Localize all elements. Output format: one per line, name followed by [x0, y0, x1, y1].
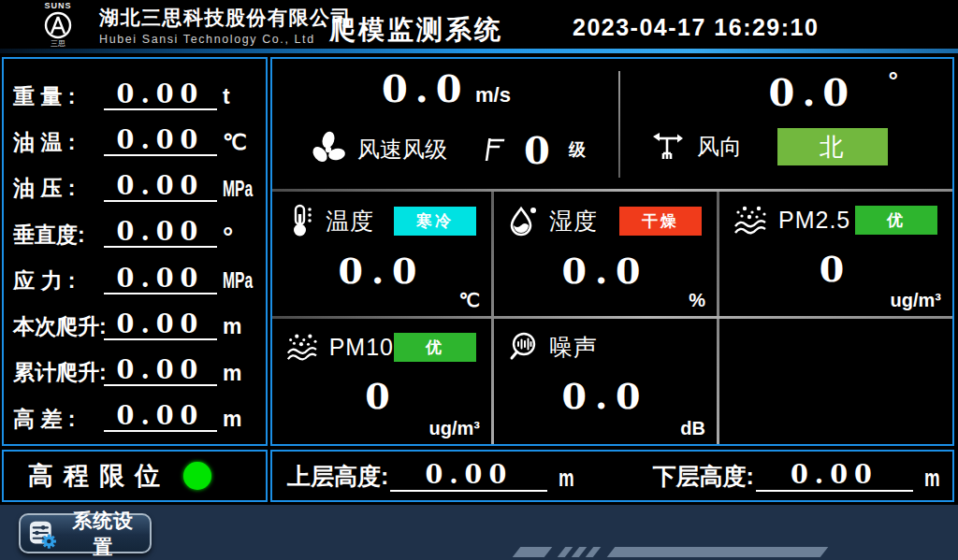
row-verticality: 垂直度: 0.00 ° — [13, 207, 256, 248]
wind-level-unit: 级 — [569, 138, 586, 161]
sensor-grid: 温度 寒冷 0.0 ℃ 湿度 干燥 0.0 % — [272, 192, 952, 444]
pm10-cell: PM10 优 0 ug/m³ — [272, 319, 491, 444]
wind-speed-value: 0.0 — [382, 66, 470, 110]
row-unit: m — [223, 314, 256, 340]
dust-pm10-icon — [285, 330, 321, 364]
company-name-block: 湖北三思科技股份有限公司 Hubei Sansi Technology Co.,… — [99, 5, 352, 46]
row-value: 0.00 — [104, 125, 217, 156]
wind-level-value: 0 — [524, 128, 550, 172]
sensor-label: PM10 — [329, 334, 394, 361]
sensor-unit: ℃ — [459, 289, 480, 311]
fan-icon — [307, 128, 350, 171]
logo-suns-text: SUNS — [21, 1, 95, 10]
sensor-unit: ug/m³ — [891, 290, 941, 311]
lower-height-group: 下层高度: 0.00 m — [653, 460, 946, 491]
wind-direction-label: 风向 — [697, 132, 742, 162]
sensor-label: PM2.5 — [778, 207, 850, 234]
wind-direction-row: 风向 北 — [650, 128, 924, 165]
row-oil-temp: 油 温 : 0.00 ℃ — [13, 115, 256, 156]
row-value: 0.00 — [104, 401, 217, 432]
row-unit: MPa — [223, 268, 245, 294]
lower-height-value: 0.00 — [756, 460, 913, 491]
company-name-cn: 湖北三思科技股份有限公司 — [99, 5, 352, 31]
row-weight: 重 量 : 0.00 t — [13, 69, 256, 110]
environment-panel: 0.0 m/s 风速风级 — [270, 57, 954, 446]
upper-height-label: 上层高度: — [287, 461, 388, 492]
row-label: 高 差 : — [13, 406, 104, 433]
row-stress: 应 力 : 0.00 MPa — [13, 253, 256, 294]
pm25-status-badge: 优 — [855, 206, 937, 235]
wind-level-icon — [483, 135, 507, 165]
row-value: 0.00 — [104, 309, 217, 340]
row-value: 0.00 — [104, 79, 217, 110]
row-label: 垂直度: — [13, 222, 104, 249]
wind-speed-label: 风速风级 — [357, 135, 447, 165]
row-value: 0.00 — [104, 171, 217, 202]
row-total-climb: 累计爬升: 0.00 m — [13, 345, 256, 386]
footer-bar: 系统设置 — [0, 505, 958, 560]
row-current-climb: 本次爬升: 0.00 m — [13, 299, 256, 340]
system-settings-button[interactable]: 系统设置 — [19, 513, 152, 553]
settings-sliders-gear-icon — [28, 519, 56, 549]
header-accent-line — [0, 49, 958, 53]
wind-direction-value: 0.0 — [769, 70, 857, 114]
row-height-diff: 高 差 : 0.00 m — [13, 391, 256, 432]
wind-speed-unit: m/s — [475, 83, 511, 107]
lower-height-label: 下层高度: — [653, 461, 754, 492]
sensor-label: 噪声 — [549, 332, 598, 363]
sensor-value: 0.0 — [272, 250, 491, 292]
heights-panel: 上层高度: 0.00 m 下层高度: 0.00 m — [270, 450, 954, 502]
datetime-display: 2023-04-17 16:29:10 — [573, 14, 819, 41]
wind-direction-cell: 0.0 ° 风向 北 — [620, 59, 952, 189]
sensor-unit: % — [689, 290, 705, 311]
sensor-label: 湿度 — [549, 206, 598, 237]
row-unit: m — [223, 361, 256, 387]
row-unit: m — [223, 407, 256, 433]
elevation-limit-panel: 高程限位 — [2, 450, 268, 502]
footer-decorative-stripe — [516, 547, 824, 557]
wind-vane-icon — [650, 129, 688, 165]
wind-direction-readout: 0.0 ° — [769, 66, 898, 114]
header-bar: SUNS 三思 湖北三思科技股份有限公司 Hubei Sansi Technol… — [0, 0, 958, 53]
system-settings-label: 系统设置 — [64, 508, 142, 560]
elevation-limit-indicator — [183, 462, 211, 490]
row-label: 累计爬升: — [13, 359, 104, 386]
dust-pm25-icon — [733, 203, 770, 237]
pm10-status-badge: 优 — [394, 333, 476, 362]
temperature-status-badge: 寒冷 — [394, 207, 476, 236]
company-name-en: Hubei Sansi Technology Co., Ltd — [99, 33, 352, 46]
row-unit: ℃ — [223, 130, 256, 156]
wind-speed-readout: 0.0 m/s — [272, 66, 620, 110]
row-oil-pressure: 油 压 : 0.00 MPa — [13, 161, 256, 202]
row-label: 油 温 : — [13, 129, 104, 156]
humidity-status-badge: 干燥 — [619, 207, 702, 236]
row-unit: ° — [223, 227, 256, 248]
upper-height-unit: m — [559, 465, 574, 492]
row-unit: MPa — [223, 177, 245, 203]
grid-divider-h — [272, 316, 952, 319]
sensor-value: 0.0 — [494, 250, 717, 292]
sensor-unit: ug/m³ — [429, 418, 480, 439]
upper-height-value: 0.00 — [390, 460, 547, 491]
wind-speed-cell: 0.0 m/s 风速风级 — [272, 59, 620, 189]
monitor-screen: SUNS 三思 湖北三思科技股份有限公司 Hubei Sansi Technol… — [0, 0, 958, 560]
sensor-value: 0 — [272, 375, 491, 417]
measurements-panel: 重 量 : 0.00 t 油 温 : 0.00 ℃ 油 压 : 0.00 MPa… — [2, 57, 268, 446]
logo-circle-a-icon — [42, 10, 74, 40]
sensor-label: 温度 — [326, 206, 374, 237]
temperature-cell: 温度 寒冷 0.0 ℃ — [272, 192, 491, 316]
thermometer-icon — [285, 203, 317, 238]
elevation-limit-label: 高程限位 — [28, 459, 170, 493]
pm25-cell: PM2.5 优 0 ug/m³ — [719, 192, 952, 316]
row-unit: t — [223, 84, 256, 110]
page-title: 爬模监测系统 — [329, 12, 503, 48]
sensor-value: 0 — [719, 248, 952, 290]
humidity-cell: 湿度 干燥 0.0 % — [494, 192, 717, 316]
row-label: 应 力 : — [13, 267, 104, 294]
row-value: 0.00 — [104, 355, 217, 386]
wind-level-row: 风速风级 0 级 — [272, 121, 620, 179]
row-label: 重 量 : — [13, 83, 104, 110]
upper-height-group: 上层高度: 0.00 m — [287, 460, 580, 491]
company-logo: SUNS 三思 — [21, 1, 95, 48]
droplet-icon — [507, 203, 541, 238]
